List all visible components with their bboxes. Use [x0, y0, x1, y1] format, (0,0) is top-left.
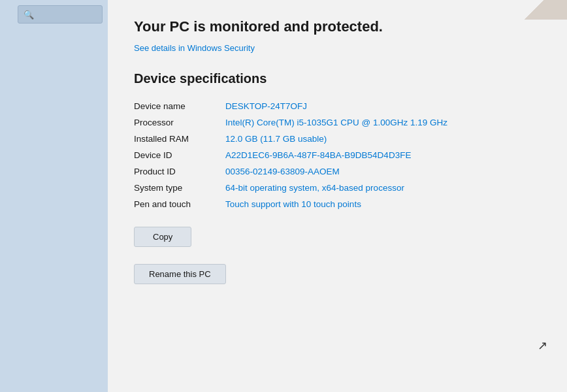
main-content: Your PC is monitored and protected. See …	[108, 0, 567, 392]
main-wrapper: Your PC is monitored and protected. See …	[108, 0, 567, 392]
spec-label: Installed RAM	[134, 131, 225, 147]
table-row: ProcessorIntel(R) Core(TM) i5-1035G1 CPU…	[134, 114, 541, 131]
spec-value: 00356-02149-63809-AAOEM	[225, 163, 541, 180]
spec-label: Product ID	[134, 163, 225, 180]
table-row: Installed RAM12.0 GB (11.7 GB usable)	[134, 131, 541, 147]
protected-title: Your PC is monitored and protected.	[134, 18, 541, 35]
table-row: Device nameDESKTOP-24T7OFJ	[134, 98, 541, 114]
spec-value: Touch support with 10 touch points	[225, 196, 541, 212]
spec-label: Processor	[134, 114, 225, 131]
table-row: System type64-bit operating system, x64-…	[134, 180, 541, 196]
buttons-row: Copy Rename this PC	[134, 227, 541, 284]
spec-value: 12.0 GB (11.7 GB usable)	[225, 131, 541, 147]
specs-table: Device nameDESKTOP-24T7OFJProcessorIntel…	[134, 98, 541, 212]
specs-section-title: Device specifications	[134, 71, 541, 86]
copy-button[interactable]: Copy	[134, 227, 191, 247]
spec-value: Intel(R) Core(TM) i5-1035G1 CPU @ 1.00GH…	[225, 114, 541, 131]
security-link[interactable]: See details in Windows Security	[134, 43, 255, 53]
spec-label: Device ID	[134, 147, 225, 163]
table-row: Product ID00356-02149-63809-AAOEM	[134, 163, 541, 180]
table-row: Pen and touchTouch support with 10 touch…	[134, 196, 541, 212]
search-box[interactable]: 🔍	[18, 5, 103, 24]
spec-value: A22D1EC6-9B6A-487F-84BA-B9DB54D4D3FE	[225, 147, 541, 163]
spec-value: 64-bit operating system, x64-based proce…	[225, 180, 541, 196]
spec-label: Device name	[134, 98, 225, 114]
table-row: Device IDA22D1EC6-9B6A-487F-84BA-B9DB54D…	[134, 147, 541, 163]
rename-button[interactable]: Rename this PC	[134, 264, 226, 284]
spec-value: DESKTOP-24T7OFJ	[225, 98, 541, 114]
spec-label: System type	[134, 180, 225, 196]
search-icon: 🔍	[24, 10, 34, 20]
sidebar: 🔍	[0, 0, 108, 392]
spec-label: Pen and touch	[134, 196, 225, 212]
